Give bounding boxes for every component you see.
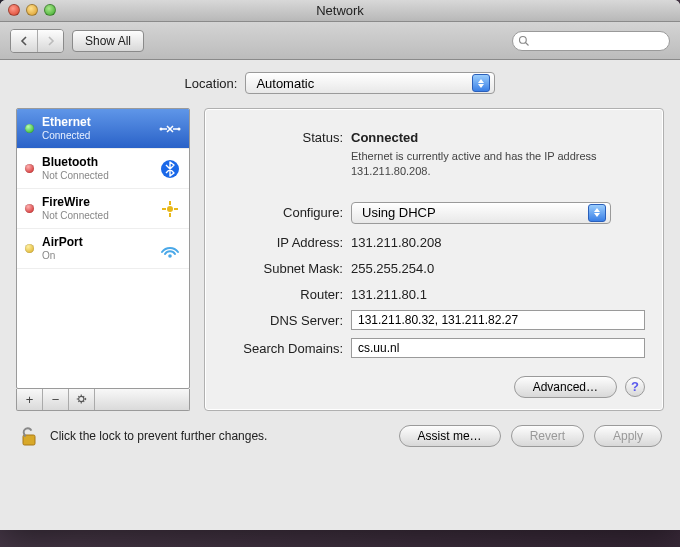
service-list: Ethernet Connected Bluetooth Not Connect… [16,108,190,389]
subnet-mask-label: Subnet Mask: [223,258,343,276]
titlebar: Network [0,0,680,22]
content: Location: Automatic Ethernet Connected [0,60,680,459]
network-prefpane-window: Network Show All Location: Automatic [0,0,680,530]
dns-server-input[interactable] [351,310,645,330]
toolbar: Show All [0,22,680,60]
status-dot-icon [25,164,34,173]
subnet-mask-value: 255.255.254.0 [351,258,645,276]
service-actions-button[interactable] [69,389,95,410]
svg-point-11 [78,397,83,402]
search-icon [518,35,530,47]
search-input[interactable] [512,31,670,51]
show-all-button[interactable]: Show All [72,30,144,52]
svg-line-17 [83,401,84,402]
lock-message: Click the lock to prevent further change… [50,429,267,443]
svg-line-18 [83,396,84,397]
help-button[interactable]: ? [625,377,645,397]
gear-icon [76,393,88,405]
sidebar-item-label: Bluetooth [42,155,151,169]
dns-server-label: DNS Server: [223,310,343,328]
bottom-bar: Click the lock to prevent further change… [16,411,664,449]
location-label: Location: [185,76,238,91]
bluetooth-icon [159,158,181,180]
status-dot-icon [25,244,34,253]
ethernet-icon [159,118,181,140]
service-list-footer: + − [16,389,190,411]
router-label: Router: [223,284,343,302]
svg-point-0 [520,36,527,43]
search-domains-label: Search Domains: [223,338,343,356]
service-sidebar: Ethernet Connected Bluetooth Not Connect… [16,108,190,411]
forward-button[interactable] [37,30,63,52]
remove-service-button[interactable]: − [43,389,69,410]
sidebar-item-sublabel: On [42,250,151,262]
sidebar-item-firewire[interactable]: FireWire Not Connected [17,189,189,229]
configure-value: Using DHCP [362,205,436,220]
location-select[interactable]: Automatic [245,72,495,94]
assist-me-button[interactable]: Assist me… [399,425,501,447]
firewire-icon [159,198,181,220]
status-dot-icon [25,204,34,213]
sidebar-item-label: Ethernet [42,115,151,129]
sidebar-item-label: FireWire [42,195,151,209]
svg-line-1 [526,42,529,45]
svg-point-10 [168,254,172,258]
router-value: 131.211.80.1 [351,284,645,302]
add-service-button[interactable]: + [17,389,43,410]
svg-point-3 [178,127,181,130]
minimize-icon[interactable] [26,4,38,16]
back-button[interactable] [11,30,37,52]
sidebar-item-sublabel: Not Connected [42,170,151,182]
configure-select[interactable]: Using DHCP [351,202,611,224]
sidebar-item-label: AirPort [42,235,151,249]
chevron-updown-icon [588,204,606,222]
sidebar-item-sublabel: Connected [42,130,151,142]
svg-point-5 [167,206,173,212]
status-dot-icon [25,124,34,133]
sidebar-item-airport[interactable]: AirPort On [17,229,189,269]
close-icon[interactable] [8,4,20,16]
advanced-button[interactable]: Advanced… [514,376,617,398]
airport-icon [159,238,181,260]
sidebar-item-sublabel: Not Connected [42,210,151,222]
svg-point-2 [160,127,163,130]
zoom-icon[interactable] [44,4,56,16]
chevron-updown-icon [472,74,490,92]
lock-icon[interactable] [18,423,40,449]
location-value: Automatic [256,76,314,91]
ip-address-value: 131.211.80.208 [351,232,645,250]
nav-segment [10,29,64,53]
search-domains-input[interactable] [351,338,645,358]
search-field[interactable] [512,31,670,51]
traffic-lights [8,4,56,16]
apply-button[interactable]: Apply [594,425,662,447]
sidebar-item-ethernet[interactable]: Ethernet Connected [17,109,189,149]
status-description: Ethernet is currently active and has the… [351,149,645,180]
ip-address-label: IP Address: [223,232,343,250]
revert-button[interactable]: Revert [511,425,584,447]
location-row: Location: Automatic [16,72,664,94]
status-label: Status: [223,127,343,145]
status-value: Connected [351,130,418,145]
svg-line-16 [78,396,79,397]
window-title: Network [316,3,364,18]
configure-label: Configure: [223,202,343,220]
svg-line-19 [78,401,79,402]
detail-panel: Status: Connected Ethernet is currently … [204,108,664,411]
sidebar-item-bluetooth[interactable]: Bluetooth Not Connected [17,149,189,189]
